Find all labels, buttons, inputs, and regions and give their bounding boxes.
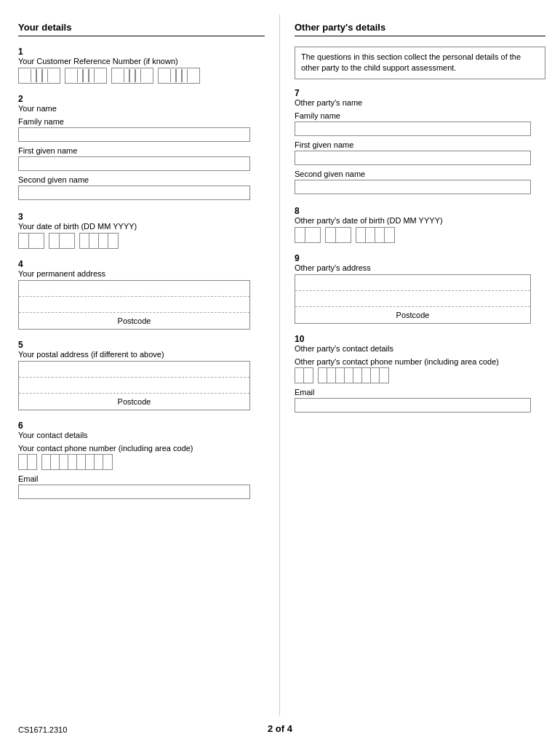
postal-line-2 [19, 378, 249, 394]
q6-content: Your contact details Your contact phone … [18, 431, 250, 501]
postal-address-box[interactable]: Postcode [18, 361, 250, 410]
first-given-name-input[interactable] [18, 156, 250, 171]
ref-box-4[interactable] [158, 68, 200, 84]
op-pn2 [327, 368, 336, 383]
op-second-given-name-label: Second given name [295, 170, 531, 178]
q10-label: Other party's contact details [295, 344, 531, 353]
op-email-input[interactable] [295, 398, 531, 413]
q5-number: 5 [18, 340, 31, 350]
op-dob-dd[interactable] [295, 227, 321, 243]
ref-tick-1b [36, 69, 42, 82]
op-pn4 [345, 368, 353, 383]
dob-y3 [99, 234, 108, 248]
q8-content: Other party's date of birth (DD MM YYYY) [295, 216, 531, 243]
q3-label: Your date of birth (DD MM YYYY) [18, 222, 250, 231]
q9-number: 9 [295, 253, 308, 263]
op-address-line-1 [295, 275, 530, 291]
pn6 [86, 455, 95, 469]
op-dob-yyyy[interactable] [356, 227, 395, 243]
q2-content: Your name Family name First given name S… [18, 104, 250, 202]
q9-label: Other party's address [295, 263, 531, 272]
postcode-line: Postcode [19, 313, 249, 329]
pn4 [68, 455, 77, 469]
op-dob-d2 [305, 228, 316, 242]
q10-content: Other party's contact details Other part… [295, 344, 531, 414]
dob-y4 [108, 234, 118, 248]
op-dob-boxes [295, 227, 531, 243]
question-7: 7 Other party's name Family name First g… [295, 88, 545, 196]
q4-label: Your permanent address [18, 269, 250, 278]
question-4: 4 Your permanent address Postcode [18, 259, 265, 330]
q1-label: Your Customer Reference Number (if known… [18, 57, 250, 65]
q4-content: Your permanent address Postcode [18, 269, 250, 330]
q7-number: 7 [295, 88, 308, 98]
ref-tick-3c [135, 69, 141, 82]
ref-tick-4a [170, 69, 176, 82]
op-pn3 [336, 368, 345, 383]
op-phone-number-boxes [295, 367, 531, 383]
ref-tick-2b [83, 69, 89, 82]
op-second-given-name-input[interactable] [295, 180, 531, 194]
op-first-given-name-input[interactable] [295, 151, 531, 165]
q2-label: Your name [18, 104, 250, 113]
op-dob-m1 [326, 228, 336, 242]
q10-number: 10 [295, 334, 308, 344]
q6-label: Your contact details [18, 431, 250, 439]
q5-label: Your postal address (if different to abo… [18, 350, 250, 359]
phone-number-boxes [18, 454, 250, 470]
q7-content: Other party's name Family name First giv… [295, 98, 531, 196]
op-email-label: Email [295, 388, 531, 397]
page-number: 2 of 4 [0, 723, 560, 734]
op-phone-area[interactable] [295, 367, 313, 383]
permanent-address-box[interactable]: Postcode [18, 280, 250, 330]
family-name-input[interactable] [18, 127, 250, 142]
address-line-1 [19, 281, 249, 297]
op-phone-label: Other party's contact phone number (incl… [295, 357, 531, 366]
op-family-name-label: Family name [295, 111, 531, 120]
family-name-label: Family name [18, 117, 250, 126]
q6-number: 6 [18, 421, 31, 431]
question-1: 1 Your Customer Reference Number (if kno… [18, 47, 265, 84]
your-details-title: Your details [18, 22, 265, 36]
pa2 [28, 455, 36, 469]
op-phone-number[interactable] [318, 367, 389, 383]
op-pn6 [362, 368, 371, 383]
question-8: 8 Other party's date of birth (DD MM YYY… [295, 206, 545, 243]
ref-tick-1a [31, 69, 36, 82]
postal-line-1 [19, 362, 249, 378]
dob-yyyy[interactable] [79, 233, 119, 249]
email-label: Email [18, 474, 250, 483]
pa1 [19, 455, 28, 469]
phone-number[interactable] [41, 454, 113, 470]
second-given-name-input[interactable] [18, 186, 250, 200]
ref-box-3[interactable] [111, 68, 153, 84]
address-line-2 [19, 297, 249, 313]
email-input[interactable] [18, 485, 250, 499]
phone-area[interactable] [18, 454, 37, 470]
q1-number: 1 [18, 47, 31, 57]
ref-box-1[interactable] [18, 68, 60, 84]
op-address-box[interactable]: Postcode [295, 274, 531, 324]
dob-m2 [60, 234, 70, 248]
q8-label: Other party's date of birth (DD MM YYYY) [295, 216, 531, 225]
dob-y2 [89, 234, 99, 248]
other-party-title: Other party's details [295, 22, 545, 36]
op-pa2 [304, 368, 313, 383]
op-dob-mm[interactable] [325, 227, 351, 243]
dob-dd[interactable] [18, 233, 44, 249]
ref-box-2[interactable] [65, 68, 107, 84]
question-2: 2 Your name Family name First given name… [18, 94, 265, 202]
ref-tick-3b [129, 69, 135, 82]
op-dob-y1 [356, 228, 366, 242]
ref-tick-2c [89, 69, 95, 82]
op-family-name-input[interactable] [295, 121, 531, 136]
pn2 [51, 455, 60, 469]
dob-mm[interactable] [49, 233, 75, 249]
info-box: The questions in this section collect th… [295, 47, 545, 79]
op-pn8 [380, 368, 388, 383]
q4-number: 4 [18, 259, 31, 269]
pn1 [42, 455, 51, 469]
question-3: 3 Your date of birth (DD MM YYYY) [18, 212, 265, 249]
left-column: Your details 1 Your Customer Reference N… [0, 15, 280, 716]
op-dob-m2 [336, 228, 346, 242]
